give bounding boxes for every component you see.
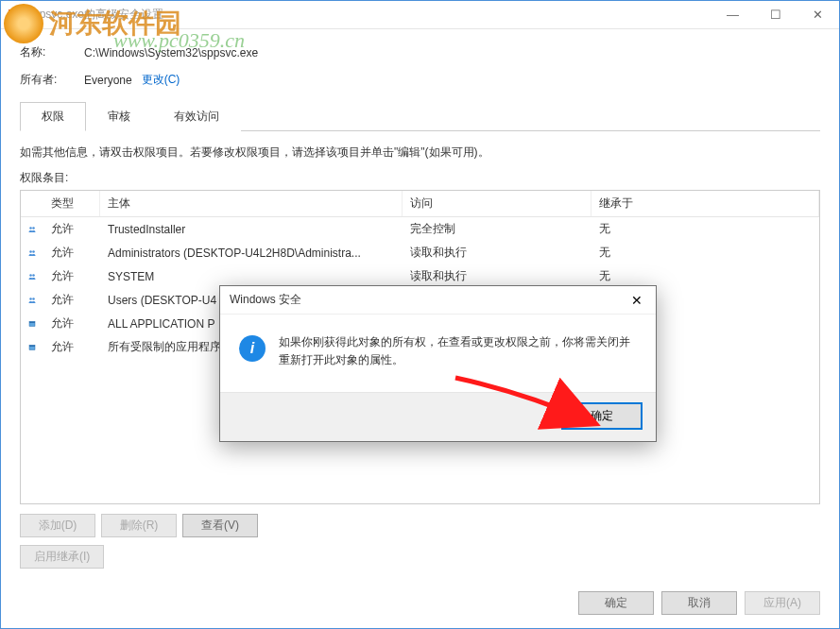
group-icon: [21, 271, 43, 282]
cell-inherit: 无: [591, 219, 819, 239]
action-buttons-row: 添加(D) 删除(R) 查看(V): [20, 514, 820, 537]
name-label: 名称:: [20, 44, 84, 60]
owner-value: Everyone: [84, 74, 132, 87]
cell-type: 允许: [43, 314, 100, 333]
cell-type: 允许: [43, 290, 100, 310]
view-button[interactable]: 查看(V): [182, 514, 258, 537]
svg-point-6: [29, 250, 32, 253]
system-buttons: — ☐ ✕: [711, 1, 839, 28]
security-modal: Windows 安全 ✕ i 如果你刚获得此对象的所有权，在查看或更改权限之前，…: [219, 285, 657, 442]
modal-footer: 确定: [220, 392, 656, 441]
change-owner-link[interactable]: 更改(C): [142, 72, 180, 88]
modal-text: 如果你刚获得此对象的所有权，在查看或更改权限之前，你将需关闭并重新打开此对象的属…: [279, 333, 635, 369]
cell-access: 读取和执行: [403, 266, 591, 286]
name-row: 名称: C:\Windows\System32\sppsvc.exe: [20, 39, 820, 66]
cell-principal: Administrators (DESKTOP-U4L2H8D\Administ…: [100, 245, 403, 262]
permissions-header: 类型 主体 访问 继承于: [21, 191, 819, 217]
window-icon: [7, 8, 22, 23]
package-icon: [21, 342, 43, 353]
window-title: sppsvc.exe的高级安全设置: [27, 7, 711, 23]
owner-label: 所有者:: [20, 72, 84, 88]
inherit-row: 启用继承(I): [20, 545, 820, 569]
tab-permissions[interactable]: 权限: [20, 102, 86, 131]
help-text: 如需其他信息，请双击权限项目。若要修改权限项目，请选择该项目并单击"编辑"(如果…: [20, 144, 820, 161]
svg-point-10: [29, 298, 32, 300]
owner-row: 所有者: Everyone 更改(C): [20, 66, 820, 94]
svg-rect-0: [9, 9, 13, 14]
enable-inherit-button[interactable]: 启用继承(I): [20, 545, 104, 569]
cell-type: 允许: [43, 266, 100, 286]
svg-point-5: [32, 227, 35, 230]
group-icon: [21, 247, 43, 259]
permissions-label: 权限条目:: [20, 170, 820, 186]
col-access[interactable]: 访问: [403, 191, 591, 216]
svg-point-9: [32, 274, 35, 277]
titlebar: sppsvc.exe的高级安全设置 — ☐ ✕: [1, 1, 839, 29]
modal-close-button[interactable]: ✕: [618, 286, 656, 314]
dialog-buttons: 确定 取消 应用(A): [1, 584, 839, 628]
add-button[interactable]: 添加(D): [20, 514, 95, 537]
maximize-button[interactable]: ☐: [754, 1, 797, 28]
cell-inherit: 无: [591, 266, 819, 286]
apply-button[interactable]: 应用(A): [745, 591, 820, 615]
col-inherit[interactable]: 继承于: [591, 191, 819, 216]
cell-type: 允许: [43, 219, 100, 239]
minimize-button[interactable]: —: [711, 1, 754, 28]
cell-access: 完全控制: [403, 219, 591, 239]
modal-title: Windows 安全: [230, 292, 618, 308]
svg-point-7: [32, 250, 35, 253]
svg-rect-3: [15, 16, 20, 21]
tabs: 权限 审核 有效访问: [20, 101, 820, 131]
col-type[interactable]: 类型: [43, 191, 100, 216]
tab-effective[interactable]: 有效访问: [152, 102, 241, 131]
close-button[interactable]: ✕: [797, 1, 839, 28]
modal-body: i 如果你刚获得此对象的所有权，在查看或更改权限之前，你将需关闭并重新打开此对象…: [220, 314, 656, 392]
table-row[interactable]: 允许 TrustedInstaller 完全控制 无: [21, 217, 819, 241]
cell-inherit: 无: [591, 243, 819, 263]
name-value: C:\Windows\System32\sppsvc.exe: [84, 46, 258, 60]
group-icon: [21, 224, 43, 235]
cell-principal: SYSTEM: [100, 268, 403, 285]
ok-button[interactable]: 确定: [578, 591, 654, 615]
group-icon: [21, 295, 43, 306]
col-principal[interactable]: 主体: [100, 191, 403, 216]
svg-rect-15: [29, 345, 35, 347]
svg-point-8: [29, 274, 32, 277]
cell-principal: TrustedInstaller: [100, 221, 403, 238]
info-icon: i: [239, 335, 266, 362]
cell-type: 允许: [43, 243, 100, 263]
modal-titlebar: Windows 安全 ✕: [220, 286, 656, 314]
svg-point-4: [29, 227, 32, 230]
svg-point-11: [32, 298, 35, 300]
tab-auditing[interactable]: 审核: [86, 102, 152, 131]
table-row[interactable]: 允许 Administrators (DESKTOP-U4L2H8D\Admin…: [21, 241, 819, 264]
svg-rect-13: [29, 321, 35, 323]
svg-rect-1: [15, 9, 20, 14]
modal-ok-button[interactable]: 确定: [561, 402, 643, 430]
package-icon: [21, 318, 43, 330]
cancel-button[interactable]: 取消: [661, 591, 737, 615]
remove-button[interactable]: 删除(R): [101, 514, 177, 537]
cell-type: 允许: [43, 337, 100, 357]
svg-rect-2: [9, 16, 13, 21]
cell-access: 读取和执行: [403, 243, 591, 263]
